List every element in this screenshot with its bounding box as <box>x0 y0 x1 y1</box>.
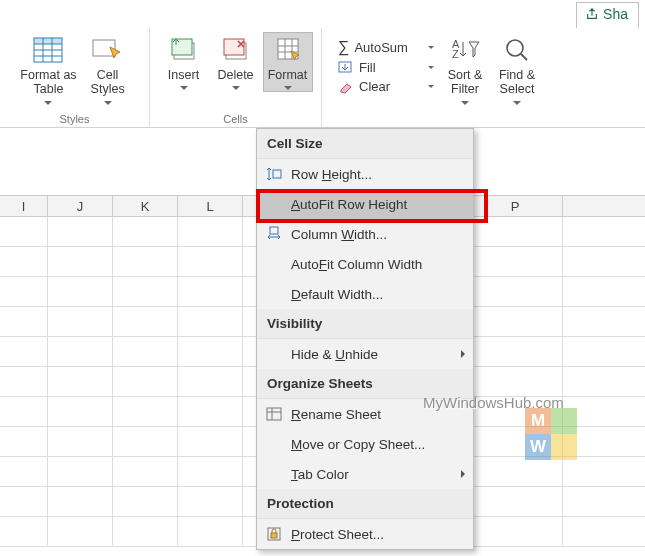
autosum-button[interactable]: ∑ AutoSum <box>338 38 434 56</box>
menu-item-move-copy[interactable]: Move or Copy Sheet... <box>257 429 473 459</box>
format-as-table-button[interactable]: Format as Table <box>16 32 80 107</box>
find-select-button[interactable]: Find & Select <box>492 32 542 107</box>
fill-button[interactable]: Fill <box>338 60 434 75</box>
menu-label: Move or Copy Sheet... <box>291 437 465 452</box>
clear-label: Clear <box>359 79 390 94</box>
menu-item-row-height[interactable]: Row Height... <box>257 159 473 189</box>
insert-button[interactable]: Insert <box>159 32 209 92</box>
svg-rect-24 <box>267 408 281 420</box>
chevron-down-icon <box>461 101 469 105</box>
menu-label: AutoFit Column Width <box>291 257 465 272</box>
protect-icon <box>265 525 283 543</box>
menu-label: Protect Sheet... <box>291 527 465 542</box>
rename-icon <box>265 405 283 423</box>
share-icon <box>585 7 599 21</box>
menu-item-autofit-row-height[interactable]: AutoFit Row Height <box>257 189 473 219</box>
menu-label: Hide & Unhide <box>291 347 453 362</box>
svg-point-20 <box>507 40 523 56</box>
svg-rect-22 <box>273 170 281 178</box>
format-label: Format <box>268 68 308 82</box>
cell-styles-button[interactable]: Cell Styles <box>83 32 133 107</box>
column-width-icon <box>265 225 283 243</box>
menu-item-autofit-column-width[interactable]: AutoFit Column Width <box>257 249 473 279</box>
submenu-arrow-icon <box>461 470 465 478</box>
chevron-down-icon <box>104 101 112 105</box>
delete-label: Delete <box>217 68 253 82</box>
fill-icon <box>338 61 354 75</box>
col-header[interactable]: L <box>178 196 243 216</box>
format-button[interactable]: Format <box>263 32 313 92</box>
row-height-icon <box>265 165 283 183</box>
chevron-down-icon <box>428 85 434 88</box>
menu-item-hide-unhide[interactable]: Hide & Unhide <box>257 339 473 369</box>
fill-label: Fill <box>359 60 376 75</box>
format-menu: Cell Size Row Height... AutoFit Row Heig… <box>256 128 474 550</box>
cell-styles-label: Cell Styles <box>91 68 125 97</box>
svg-rect-6 <box>34 38 62 44</box>
cell-styles-icon <box>92 34 124 66</box>
menu-item-tab-color[interactable]: Tab Color <box>257 459 473 489</box>
svg-rect-23 <box>270 227 278 234</box>
find-icon <box>501 34 533 66</box>
menu-label: Default Width... <box>291 287 465 302</box>
svg-line-21 <box>521 54 527 60</box>
table-icon <box>32 34 64 66</box>
menu-label: Tab Color <box>291 467 453 482</box>
col-header[interactable]: J <box>48 196 113 216</box>
menu-item-column-width[interactable]: Column Width... <box>257 219 473 249</box>
format-as-table-label: Format as Table <box>20 68 76 97</box>
col-header[interactable]: P <box>468 196 563 216</box>
col-header[interactable]: K <box>113 196 178 216</box>
menu-section-cell-size: Cell Size <box>257 129 473 159</box>
menu-item-protect-sheet[interactable]: Protect Sheet... <box>257 519 473 549</box>
sort-filter-button[interactable]: AZ Sort & Filter <box>440 32 490 107</box>
find-select-label: Find & Select <box>499 68 535 97</box>
menu-label: Row Height... <box>291 167 465 182</box>
chevron-down-icon <box>180 86 188 90</box>
delete-button[interactable]: Delete <box>211 32 261 92</box>
share-label: Sha <box>603 6 628 22</box>
sort-filter-label: Sort & Filter <box>448 68 483 97</box>
eraser-icon <box>338 80 354 94</box>
menu-item-default-width[interactable]: Default Width... <box>257 279 473 309</box>
chevron-down-icon <box>428 66 434 69</box>
sigma-icon: ∑ <box>338 38 349 56</box>
submenu-arrow-icon <box>461 350 465 358</box>
svg-rect-11 <box>224 39 244 55</box>
chevron-down-icon <box>284 86 292 90</box>
insert-label: Insert <box>168 68 199 82</box>
chevron-down-icon <box>428 46 434 49</box>
svg-text:Z: Z <box>452 48 459 60</box>
group-label-cells: Cells <box>223 113 247 127</box>
insert-icon <box>168 34 200 66</box>
ribbon: Format as Table Cell Styles Styles Inser… <box>0 28 645 128</box>
clear-button[interactable]: Clear <box>338 79 434 94</box>
autosum-label: AutoSum <box>354 40 407 55</box>
group-label-styles: Styles <box>60 113 90 127</box>
chevron-down-icon <box>44 101 52 105</box>
chevron-down-icon <box>232 86 240 90</box>
menu-section-visibility: Visibility <box>257 309 473 339</box>
svg-rect-28 <box>271 533 277 538</box>
col-header[interactable]: I <box>0 196 48 216</box>
svg-rect-9 <box>172 39 192 55</box>
menu-label: Column Width... <box>291 227 465 242</box>
format-icon <box>272 34 304 66</box>
sort-filter-icon: AZ <box>449 34 481 66</box>
delete-icon <box>220 34 252 66</box>
chevron-down-icon <box>513 101 521 105</box>
share-button[interactable]: Sha <box>576 2 639 28</box>
menu-section-protection: Protection <box>257 489 473 519</box>
menu-label: AutoFit Row Height <box>291 197 465 212</box>
